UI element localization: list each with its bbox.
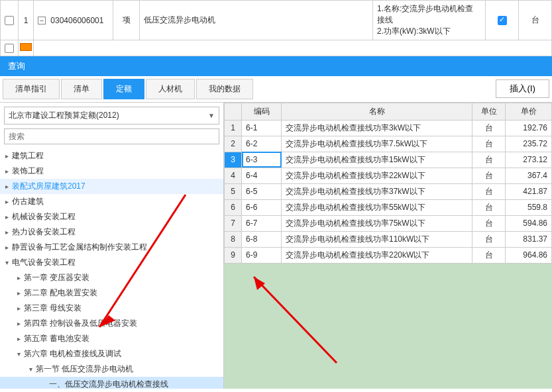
- row-code: 6-2: [242, 136, 282, 152]
- row-num: 6: [225, 199, 242, 215]
- row-price: 367.4: [506, 168, 552, 183]
- tree-node[interactable]: ▾第六章 电机检查接线及调试: [0, 346, 223, 362]
- row-unit: 台: [472, 120, 506, 136]
- right-panel: 编码 名称 单位 单价 16-1交流异步电动机检查接线功率3kW以下台192.7…: [224, 103, 552, 389]
- left-panel: 北京市建设工程预算定额(2012) ▼ ▸建筑工程 ▸装饰工程 ▸装配式房屋建筑…: [0, 103, 224, 389]
- check-icon[interactable]: [498, 16, 507, 25]
- tree-node[interactable]: ▾电气设备安装工程: [0, 255, 223, 270]
- row-unit: 台: [472, 231, 506, 247]
- top-item-table: 1 − 030406006001 项 低压交流异步电动机 1.名称:交流异步电动…: [0, 0, 552, 56]
- row-unit: 台: [472, 247, 506, 263]
- category-tree: ▸建筑工程 ▸装饰工程 ▸装配式房屋建筑2017 ▸仿古建筑 ▸机械设备安装工程…: [0, 148, 223, 389]
- tabs-row: 清单指引 清单 定额 人材机 我的数据 插入(I): [0, 76, 552, 103]
- svg-marker-3: [254, 277, 265, 290]
- query-label: 查询: [8, 61, 25, 71]
- row-name: 交流异步电动机检查接线功率15kW以下: [282, 152, 472, 168]
- row-unit: 台: [472, 168, 506, 183]
- insert-button[interactable]: 插入(I): [496, 79, 549, 98]
- row-code: 6-7: [242, 215, 282, 231]
- table-row[interactable]: 96-9交流异步电动机检查接线功率220kW以下台964.86: [225, 247, 552, 263]
- row-unit: 台: [472, 152, 506, 168]
- row-unit: 台: [472, 199, 506, 215]
- item-code: 030406006001: [50, 16, 103, 25]
- row-num: 5: [225, 183, 242, 199]
- unit-cell: 项: [113, 1, 140, 40]
- row-num: 3: [225, 152, 242, 168]
- tree-node[interactable]: ▸仿古建筑: [0, 194, 223, 209]
- table-row[interactable]: 16-1交流异步电动机检查接线功率3kW以下台192.76: [225, 120, 552, 136]
- row-name: 交流异步电动机检查接线功率37kW以下: [282, 183, 472, 199]
- table-row[interactable]: 76-7交流异步电动机检查接线功率75kW以下台594.86: [225, 215, 552, 231]
- table-row[interactable]: 46-4交流异步电动机检查接线功率22kW以下台367.4: [225, 168, 552, 183]
- row-num: 4: [225, 168, 242, 183]
- row-name: 交流异步电动机检查接线功率220kW以下: [282, 247, 472, 263]
- row-code: 6-4: [242, 168, 282, 183]
- tab-list[interactable]: 清单: [61, 79, 102, 99]
- chevron-down-icon: ▼: [208, 112, 215, 119]
- row-name: 交流异步电动机检查接线功率7.5kW以下: [282, 136, 472, 152]
- row-code: 6-5: [242, 183, 282, 199]
- search-input[interactable]: [4, 128, 219, 144]
- row-price: 192.76: [506, 120, 552, 136]
- tree-node[interactable]: ▸第四章 控制设备及低压电器安装: [0, 316, 223, 331]
- tree-node[interactable]: ▾第一节 低压交流异步电动机: [0, 362, 223, 377]
- table-row[interactable]: 26-2交流异步电动机检查接线功率7.5kW以下台235.72: [225, 136, 552, 152]
- row-num: 1: [225, 120, 242, 136]
- tab-mydata[interactable]: 我的数据: [196, 79, 253, 99]
- tree-node[interactable]: ▸第三章 母线安装: [0, 301, 223, 316]
- quota-book-selector[interactable]: 北京市建设工程预算定额(2012) ▼: [4, 107, 219, 124]
- collapse-icon[interactable]: −: [38, 17, 46, 24]
- row-name: 交流异步电动机检查接线功率75kW以下: [282, 215, 472, 231]
- query-bar: 查询: [0, 56, 552, 76]
- row-num: 7: [225, 215, 242, 231]
- row-num: 8: [225, 231, 242, 247]
- row-unit: 台: [472, 136, 506, 152]
- row-code: 6-1: [242, 120, 282, 136]
- tree-node[interactable]: ▸机械设备安装工程: [0, 209, 223, 224]
- tab-list-guide[interactable]: 清单指引: [3, 79, 60, 99]
- tab-quota[interactable]: 定额: [103, 79, 144, 99]
- row-name: 交流异步电动机检查接线功率3kW以下: [282, 120, 472, 136]
- selector-value: 北京市建设工程预算定额(2012): [9, 110, 119, 121]
- row-code: 6-9: [242, 247, 282, 263]
- row-num: 2: [225, 136, 242, 152]
- col-unit[interactable]: 单位: [472, 103, 506, 120]
- tree-node[interactable]: ▸建筑工程: [0, 148, 223, 164]
- row-price: 421.87: [506, 183, 552, 199]
- tree-node[interactable]: ▸第二章 配电装置安装: [0, 285, 223, 301]
- tree-leaf-selected[interactable]: 一、低压交流异步电动机检查接线: [0, 377, 223, 389]
- tab-material[interactable]: 人材机: [146, 79, 195, 99]
- row-code: 6-3: [242, 152, 282, 168]
- row-name: 交流异步电动机检查接线功率22kW以下: [282, 168, 472, 183]
- col-price[interactable]: 单价: [506, 103, 552, 120]
- orange-indicator-icon: [20, 43, 32, 51]
- row-checkbox[interactable]: [5, 44, 14, 53]
- table-row[interactable]: 86-8交流异步电动机检查接线功率110kW以下台831.37: [225, 231, 552, 247]
- annotation-arrow-icon: [237, 264, 343, 369]
- item-name: 低压交流异步电动机: [140, 1, 373, 40]
- tree-node[interactable]: ▸第五章 蓄电池安装: [0, 331, 223, 346]
- item-spec: 1.名称:交流异步电动机检查接线 2.功率(kW):3kW以下: [373, 1, 486, 40]
- tree-node[interactable]: ▸第一章 变压器安装: [0, 270, 223, 285]
- row-code: 6-6: [242, 199, 282, 215]
- empty-area: [224, 264, 552, 389]
- row-num: 9: [225, 247, 242, 263]
- tree-node[interactable]: ▸装饰工程: [0, 164, 223, 179]
- row-price: 594.86: [506, 215, 552, 231]
- table-row[interactable]: 56-5交流异步电动机检查接线功率37kW以下台421.87: [225, 183, 552, 199]
- tree-node[interactable]: ▸静置设备与工艺金属结构制作安装工程: [0, 240, 223, 255]
- col-code[interactable]: 编码: [242, 103, 282, 120]
- tree-node[interactable]: ▸装配式房屋建筑2017: [0, 179, 223, 194]
- row-price: 964.86: [506, 247, 552, 263]
- svg-line-2: [254, 277, 337, 363]
- row-price: 235.72: [506, 136, 552, 152]
- col-name[interactable]: 名称: [282, 103, 472, 120]
- row-price: 559.8: [506, 199, 552, 215]
- row-name: 交流异步电动机检查接线功率110kW以下: [282, 231, 472, 247]
- table-row[interactable]: 66-6交流异步电动机检查接线功率55kW以下台559.8: [225, 199, 552, 215]
- table-row[interactable]: 36-3交流异步电动机检查接线功率15kW以下台273.12: [225, 152, 552, 168]
- row-name: 交流异步电动机检查接线功率55kW以下: [282, 199, 472, 215]
- tree-node[interactable]: ▸热力设备安装工程: [0, 224, 223, 240]
- row-checkbox[interactable]: [5, 16, 14, 25]
- row-unit: 台: [472, 215, 506, 231]
